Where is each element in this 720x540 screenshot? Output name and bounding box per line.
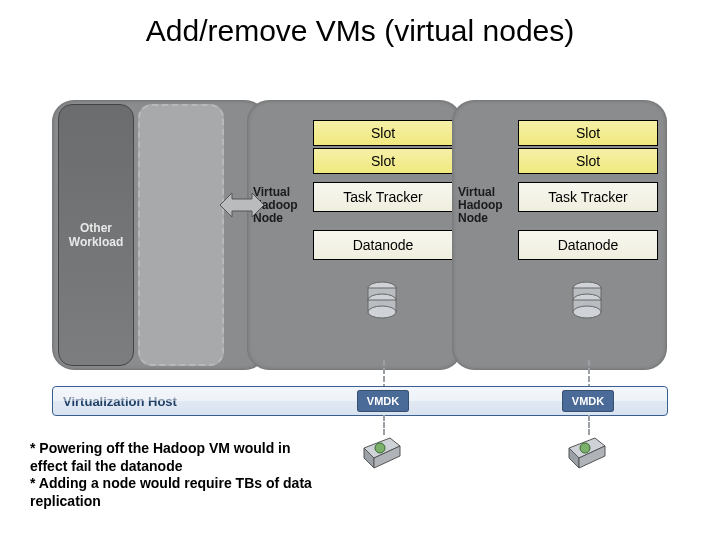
hard-drive-icon (567, 436, 607, 470)
slide-title: Add/remove VMs (virtual nodes) (0, 14, 720, 48)
hard-drive-icon (362, 436, 402, 470)
footnotes: * Powering off the Hadoop VM would in ef… (30, 440, 330, 510)
task-tracker-box: Task Tracker (313, 182, 453, 212)
vmdk-badge: VMDK (357, 390, 409, 412)
other-workload-box: Other Workload (58, 104, 134, 366)
vmdk-badge: VMDK (562, 390, 614, 412)
vhn-label-right: Virtual Hadoop Node (458, 186, 518, 226)
svg-point-14 (375, 443, 385, 453)
connector-line (588, 415, 590, 435)
slot-box: Slot (518, 148, 658, 174)
footnote-line: * Adding a node would require TBs of dat… (30, 475, 330, 510)
svg-point-10 (573, 306, 601, 318)
virtualization-host-label: Virtualization Host (63, 394, 177, 409)
footnote-line: * Powering off the Hadoop VM would in ef… (30, 440, 330, 475)
host-panel-left: Other Workload (52, 100, 267, 370)
slot-box: Slot (518, 120, 658, 146)
slot-box: Slot (313, 120, 453, 146)
svg-point-5 (368, 306, 396, 318)
other-workload-label: Other Workload (59, 221, 133, 250)
ghost-vm-outline (138, 104, 224, 366)
host-panel-middle: Virtual Hadoop Node Slot Slot Task Track… (247, 100, 462, 370)
disk-stack-icon (365, 280, 399, 326)
task-tracker-box: Task Tracker (518, 182, 658, 212)
svg-marker-0 (220, 193, 264, 217)
host-panel-right: Virtual Hadoop Node Slot Slot Task Track… (452, 100, 667, 370)
disk-stack-icon (570, 280, 604, 326)
datanode-box: Datanode (518, 230, 658, 260)
svg-point-18 (580, 443, 590, 453)
bidirectional-arrow-icon (220, 190, 264, 220)
datanode-box: Datanode (313, 230, 453, 260)
diagram-stage: Other Workload Virtual Hadoop Node Slot … (52, 100, 668, 370)
connector-line (383, 415, 385, 435)
slot-box: Slot (313, 148, 453, 174)
